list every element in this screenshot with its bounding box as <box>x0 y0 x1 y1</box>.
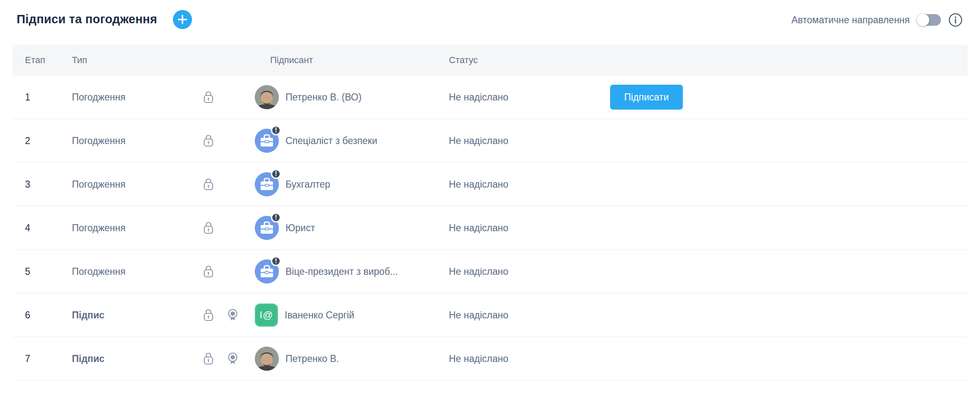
exclamation-badge-icon: ! <box>271 169 281 179</box>
sign-button[interactable]: Підписати <box>610 85 683 110</box>
photo-avatar <box>255 347 279 371</box>
photo-avatar <box>255 85 279 109</box>
toggle-knob <box>917 14 929 26</box>
table-row: 1 Погодження <box>12 76 968 119</box>
stage-number: 5 <box>12 266 59 277</box>
add-signer-button[interactable] <box>173 10 192 29</box>
status-text: Не надіслано <box>436 353 598 364</box>
table-header-row: Етап Тип Підписант Статус <box>12 45 968 76</box>
table-row: 2 Погодження <box>12 119 968 163</box>
type-label: Підпис <box>59 310 104 321</box>
role-briefcase-avatar: ! <box>255 172 279 196</box>
column-header-status: Статус <box>436 55 598 66</box>
status-text: Не надіслано <box>436 266 598 277</box>
type-label: Погодження <box>59 135 126 147</box>
type-label: Погодження <box>59 223 126 234</box>
green-logo-avatar: І@ <box>255 303 278 327</box>
page-header: Підписи та погодження Автоматичне направ… <box>0 0 980 40</box>
table-row: 4 Погодження <box>12 206 968 250</box>
stage-number: 2 <box>12 135 59 147</box>
lock-icon <box>202 352 214 365</box>
status-text: Не надіслано <box>436 310 598 321</box>
type-label: Підпис <box>59 353 104 364</box>
signer-name: Іваненко Сергій <box>285 310 354 321</box>
exclamation-badge-icon: ! <box>271 125 281 135</box>
signers-table: Етап Тип Підписант Статус 1 Погодження <box>12 45 968 381</box>
page-title: Підписи та погодження <box>17 12 157 26</box>
table-row: 5 Погодження <box>12 250 968 293</box>
type-label: Погодження <box>59 92 126 103</box>
signer-name: Юрист <box>286 223 315 234</box>
exclamation-badge-icon: ! <box>271 256 281 266</box>
role-briefcase-avatar: ! <box>255 259 279 284</box>
signer-name: Спеціаліст з безпеки <box>286 135 377 147</box>
lock-icon <box>202 178 214 191</box>
green-logo-glyph: І@ <box>259 309 273 321</box>
lock-icon <box>202 308 214 322</box>
lock-icon <box>202 90 214 104</box>
auto-routing-label: Автоматичне направлення <box>791 15 910 26</box>
info-icon[interactable] <box>948 13 963 27</box>
lock-icon <box>202 265 214 278</box>
stage-number: 3 <box>12 179 59 190</box>
column-header-stage: Етап <box>12 55 59 66</box>
stage-number: 6 <box>12 310 59 321</box>
auto-routing-controls: Автоматичне направлення <box>791 12 963 28</box>
stage-number: 1 <box>12 92 59 103</box>
plus-icon <box>177 15 187 24</box>
lock-icon <box>202 134 214 147</box>
signer-name: Петренко В. (ВО) <box>286 92 362 103</box>
column-header-type: Тип <box>59 55 255 66</box>
medal-icon <box>227 352 239 365</box>
status-text: Не надіслано <box>436 179 598 190</box>
stage-number: 7 <box>12 353 59 364</box>
type-label: Погодження <box>59 266 126 277</box>
medal-icon <box>227 308 239 322</box>
signer-name: Бухгалтер <box>286 179 330 190</box>
status-text: Не надіслано <box>436 223 598 234</box>
type-label: Погодження <box>59 179 126 190</box>
stage-number: 4 <box>12 223 59 234</box>
table-row: 6 Підпис І@ <box>12 293 968 337</box>
signer-name: Віце-президент з вироб... <box>286 266 398 277</box>
role-briefcase-avatar: ! <box>255 129 279 153</box>
status-text: Не надіслано <box>436 135 598 147</box>
auto-routing-toggle[interactable] <box>917 14 941 26</box>
status-text: Не надіслано <box>436 92 598 103</box>
signer-name: Петренко В. <box>286 353 339 364</box>
table-row: 7 Підпис <box>12 337 968 381</box>
table-row: 3 Погодження <box>12 163 968 206</box>
lock-icon <box>202 221 214 235</box>
role-briefcase-avatar: ! <box>255 216 279 240</box>
column-header-signer: Підписант <box>255 55 436 66</box>
exclamation-badge-icon: ! <box>271 213 281 223</box>
